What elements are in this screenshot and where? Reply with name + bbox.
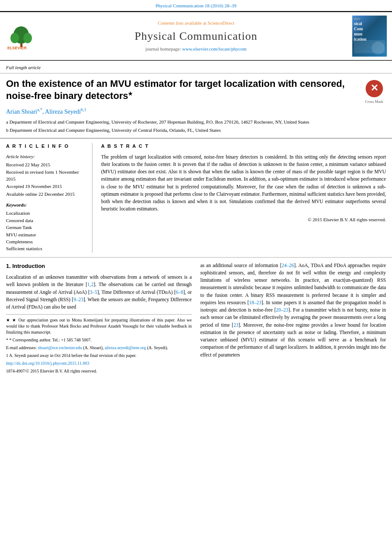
- doi-url[interactable]: http://dx.doi.org/10.1016/j.phycom.2015.…: [6, 361, 89, 366]
- svg-point-2: [10, 33, 19, 43]
- sciencedirect-link[interactable]: ScienceDirect: [207, 20, 234, 25]
- crossmark-label: Cross Mark: [365, 99, 383, 105]
- article-info-column: A R T I C L E I N F O Article history: R…: [6, 143, 92, 252]
- svg-text:ELSEVIER: ELSEVIER: [7, 46, 27, 50]
- copyright-line: © 2015 Elsevier B.V. All rights reserved…: [101, 217, 386, 223]
- ref-6[interactable]: 18–23: [249, 300, 261, 305]
- journal-reference-bar: Physical Communication 18 (2016) 28–39: [0, 0, 392, 11]
- crossmark-icon: ✕: [365, 80, 383, 98]
- author-1: Arian Shoari: [6, 108, 37, 115]
- article-title: On the existence of an MVU estimator for…: [6, 78, 358, 102]
- issn-line: 1874-4907/© 2015 Elsevier B.V. All right…: [6, 368, 192, 374]
- ref-1[interactable]: 1,2: [87, 282, 93, 287]
- intro-para-1: Localization of an unknown transmitter w…: [6, 274, 192, 311]
- body-section: 1. Introduction Localization of an unkno…: [0, 258, 392, 381]
- info-abstract-section: A R T I C L E I N F O Article history: R…: [0, 138, 392, 257]
- keyword-6: Sufficient statistics: [6, 245, 86, 252]
- journal-title: Physical Communication: [44, 29, 348, 44]
- author-1-sup: a,*: [37, 107, 42, 112]
- svg-text:✕: ✕: [370, 83, 378, 93]
- homepage-line: journal homepage: www.elsevier.com/locat…: [44, 46, 348, 52]
- ref-7[interactable]: 20–23: [276, 307, 289, 312]
- keyword-2: Censored data: [6, 217, 86, 224]
- footnote-section: ★ ★ Our appreciation goes out to Mona Ko…: [6, 314, 192, 374]
- ref-3[interactable]: 6–8: [176, 290, 183, 295]
- journal-header: ELSEVIER Contents lists available at Sci…: [0, 11, 392, 61]
- keyword-1: Localization: [6, 210, 86, 217]
- revised-date: Received in revised form 1 November 2015: [6, 169, 86, 182]
- author-separator: , Alireza Seyedi: [42, 108, 81, 115]
- footnote-asterisk: * * Corresponding author. Tel.: +1 585 7…: [6, 337, 192, 343]
- ref-2[interactable]: 3–5: [90, 290, 97, 295]
- body-left-column: 1. Introduction Localization of an unkno…: [6, 262, 192, 376]
- footnote-star: ★ ★ Our appreciation goes out to Mona Ko…: [6, 317, 192, 335]
- journal-cover-thumbnail: PHY sical Com mun ication: [352, 16, 387, 57]
- accepted-date: Accepted 19 November 2015: [6, 183, 86, 190]
- keywords-section: Keywords: Localization Censored data Ger…: [6, 202, 86, 252]
- history-label: Article history:: [6, 153, 86, 160]
- footnote-1: 1 A. Seyedi passed away in Oct 2014 befo…: [6, 353, 192, 359]
- two-column-body: 1. Introduction Localization of an unkno…: [6, 262, 386, 376]
- elsevier-logo: ELSEVIER: [5, 20, 40, 52]
- title-and-authors: On the existence of an MVU estimator for…: [6, 78, 358, 134]
- keyword-4: MVU estimator: [6, 232, 86, 238]
- email-link-2[interactable]: alireza.seyedi@ieee.org: [105, 345, 146, 350]
- sciencedirect-line: Contents lists available at ScienceDirec…: [44, 20, 348, 26]
- keyword-3: German Tank: [6, 224, 86, 231]
- received-date: Received 22 May 2015: [6, 162, 86, 168]
- journal-reference-text: Physical Communication 18 (2016) 28–39: [156, 3, 236, 8]
- doi-link: http://dx.doi.org/10.1016/j.phycom.2015.…: [6, 360, 192, 366]
- ref-8[interactable]: 23: [233, 322, 239, 328]
- affiliation-b: b Department of Electrical and Computer …: [6, 127, 358, 134]
- homepage-label: journal homepage:: [146, 46, 181, 51]
- ref-5[interactable]: 24–26: [282, 263, 294, 268]
- abstract-column: A B S T R A C T The problem of target lo…: [101, 143, 386, 252]
- email-link-1[interactable]: shoari@ece.rochester.edu: [38, 345, 82, 350]
- abstract-heading: A B S T R A C T: [101, 143, 386, 150]
- abstract-text: The problem of target localization with …: [101, 153, 386, 213]
- footnote-email: E-mail addresses: shoari@ece.rochester.e…: [6, 345, 192, 351]
- article-type: Full length article: [0, 61, 392, 73]
- svg-point-3: [23, 33, 32, 43]
- cover-title: PHY sical Com mun ication: [354, 17, 385, 41]
- author-2-sup: b,1: [81, 107, 86, 112]
- article-title-section: On the existence of an MVU estimator for…: [0, 73, 392, 138]
- homepage-url[interactable]: www.elsevier.com/locate/phycom: [182, 46, 246, 51]
- crossmark-badge[interactable]: ✕ Cross Mark: [362, 78, 386, 105]
- intro-heading: 1. Introduction: [6, 262, 192, 271]
- keyword-5: Completeness: [6, 239, 86, 245]
- authors-list: Arian Shoaria,*, Alireza Seyedib,1: [6, 107, 358, 116]
- body-right-column: as an additional source of information […: [201, 262, 386, 376]
- contents-label: Contents lists available at: [158, 20, 207, 25]
- article-info-heading: A R T I C L E I N F O: [6, 143, 86, 150]
- affiliation-a: a Department of Electrical and Computer …: [6, 118, 358, 126]
- keywords-heading: Keywords:: [6, 202, 86, 208]
- available-date: Available online 22 December 2015: [6, 191, 86, 197]
- journal-center-header: Contents lists available at ScienceDirec…: [44, 20, 348, 52]
- affiliations: a Department of Electrical and Computer …: [6, 118, 358, 134]
- intro-para-2: as an additional source of information […: [201, 262, 386, 359]
- ref-4[interactable]: 9–23: [73, 297, 83, 302]
